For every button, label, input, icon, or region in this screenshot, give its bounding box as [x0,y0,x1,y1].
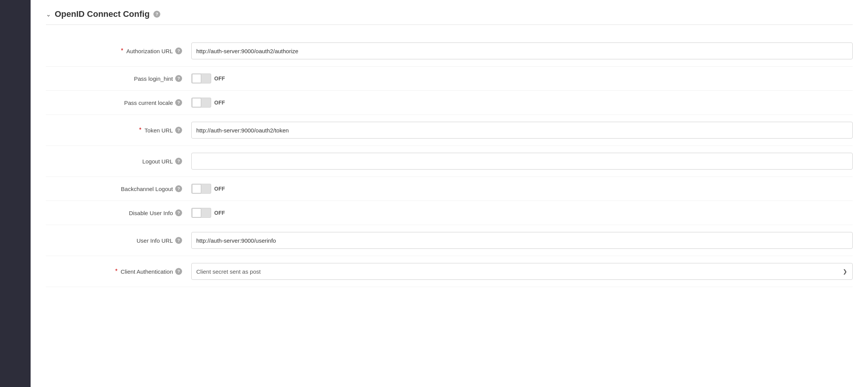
logout-url-input[interactable] [191,153,853,170]
backchannel-logout-thumb [192,184,201,193]
backchannel-logout-toggle-label: OFF [214,186,225,192]
authorization-url-control [191,42,853,59]
backchannel-logout-track [191,184,211,194]
pass-login-hint-toggle-label: OFF [214,75,225,82]
user-info-url-help-icon[interactable]: ? [175,237,182,244]
disable-user-info-row: Disable User Info ? OFF [46,201,853,225]
pass-login-hint-toggle[interactable]: OFF [191,73,225,83]
logout-url-control [191,153,853,170]
disable-user-info-control: OFF [191,208,853,218]
token-url-required: * [139,127,142,134]
token-url-help-icon[interactable]: ? [175,127,182,134]
token-url-control [191,122,853,139]
backchannel-logout-label: Backchannel Logout ? [46,185,191,192]
user-info-url-control [191,232,853,249]
authorization-url-required: * [121,47,123,54]
main-content: ⌄ OpenID Connect Config ? * Authorizatio… [31,0,868,387]
backchannel-logout-control: OFF [191,184,853,194]
disable-user-info-help-icon[interactable]: ? [175,209,182,216]
backchannel-logout-toggle[interactable]: OFF [191,184,225,194]
pass-current-locale-toggle-label: OFF [214,100,225,106]
user-info-url-label: User Info URL ? [46,237,191,244]
sidebar [0,0,31,387]
section-title: OpenID Connect Config [55,9,150,19]
token-url-label: * Token URL ? [46,127,191,134]
client-authentication-row: * Client Authentication ? Client secret … [46,256,853,287]
form-grid: * Authorization URL ? Pass login_hint ? … [46,36,853,287]
authorization-url-label: * Authorization URL ? [46,47,191,54]
pass-login-hint-label: Pass login_hint ? [46,75,191,82]
user-info-url-row: User Info URL ? [46,225,853,256]
pass-current-locale-thumb [192,98,201,107]
pass-login-hint-help-icon[interactable]: ? [175,75,182,82]
pass-current-locale-control: OFF [191,98,853,108]
disable-user-info-toggle-label: OFF [214,210,225,216]
authorization-url-row: * Authorization URL ? [46,36,853,67]
client-authentication-select-wrapper: Client secret sent as post Client secret… [191,263,853,280]
pass-current-locale-label: Pass current locale ? [46,99,191,106]
pass-current-locale-toggle[interactable]: OFF [191,98,225,108]
pass-login-hint-track [191,73,211,83]
token-url-row: * Token URL ? [46,115,853,146]
disable-user-info-thumb [192,208,201,217]
client-authentication-help-icon[interactable]: ? [175,268,182,275]
backchannel-logout-row: Backchannel Logout ? OFF [46,177,853,201]
pass-login-hint-row: Pass login_hint ? OFF [46,67,853,91]
pass-login-hint-control: OFF [191,73,853,83]
disable-user-info-label: Disable User Info ? [46,209,191,216]
user-info-url-input[interactable] [191,232,853,249]
client-authentication-control: Client secret sent as post Client secret… [191,263,853,280]
client-authentication-select[interactable]: Client secret sent as post Client secret… [191,263,853,280]
backchannel-logout-help-icon[interactable]: ? [175,185,182,192]
pass-current-locale-row: Pass current locale ? OFF [46,91,853,115]
section-help-icon[interactable]: ? [153,11,160,18]
disable-user-info-toggle[interactable]: OFF [191,208,225,218]
pass-current-locale-help-icon[interactable]: ? [175,99,182,106]
client-authentication-required: * [115,268,117,275]
pass-login-hint-thumb [192,74,201,83]
client-authentication-label: * Client Authentication ? [46,268,191,275]
logout-url-label: Logout URL ? [46,158,191,165]
logout-url-help-icon[interactable]: ? [175,158,182,165]
section-header: ⌄ OpenID Connect Config ? [46,9,853,25]
pass-current-locale-track [191,98,211,108]
disable-user-info-track [191,208,211,218]
collapse-chevron-icon[interactable]: ⌄ [46,11,51,18]
authorization-url-input[interactable] [191,42,853,59]
authorization-url-help-icon[interactable]: ? [175,47,182,54]
logout-url-row: Logout URL ? [46,146,853,177]
token-url-input[interactable] [191,122,853,139]
